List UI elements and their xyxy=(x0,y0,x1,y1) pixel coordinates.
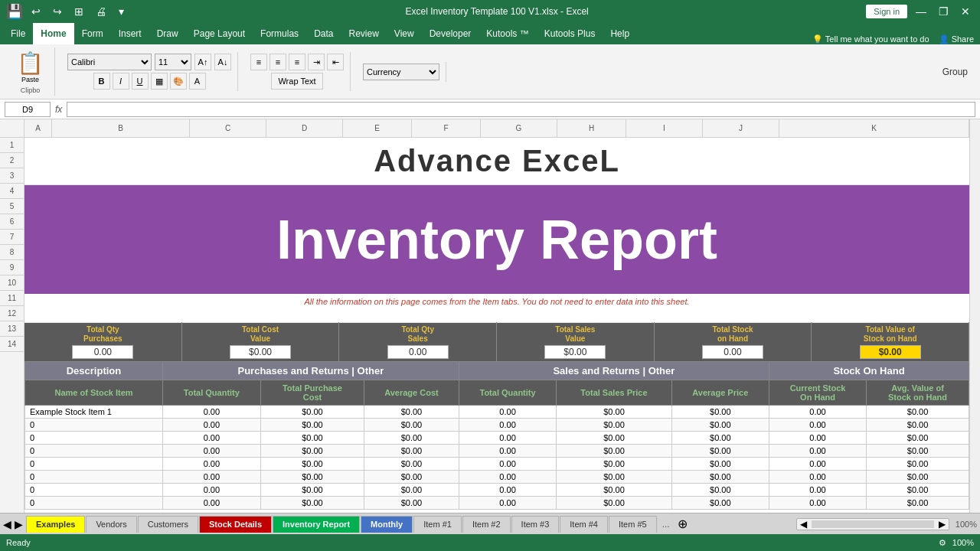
wrap-text-btn[interactable]: Wrap Text xyxy=(271,73,322,90)
cell-name[interactable]: 0 xyxy=(25,497,163,510)
cell-name[interactable]: 0 xyxy=(25,458,163,471)
tab-file[interactable]: File xyxy=(3,23,33,44)
cell-csh[interactable]: 0.00 xyxy=(769,432,867,445)
cell-name[interactable]: 0 xyxy=(25,419,163,432)
tab-monthly[interactable]: Monthly xyxy=(361,516,413,533)
cell-tqs[interactable]: 0.00 xyxy=(459,484,557,497)
cell-name[interactable]: 0 xyxy=(25,484,163,497)
share-btn[interactable]: 👤 Share xyxy=(939,34,974,44)
tab-draw[interactable]: Draw xyxy=(149,23,186,44)
outdent-btn[interactable]: ⇤ xyxy=(327,54,344,70)
cell-avsh[interactable]: $0.00 xyxy=(867,458,969,471)
cell-tpc[interactable]: $0.00 xyxy=(260,406,364,419)
tab-form[interactable]: Form xyxy=(74,23,111,44)
col-A[interactable]: A xyxy=(24,119,52,137)
restore-btn[interactable]: ❐ xyxy=(935,4,952,19)
shrink-font-btn[interactable]: A↓ xyxy=(214,54,231,70)
cell-csh[interactable]: 0.00 xyxy=(769,458,867,471)
quick-print-btn[interactable]: 🖨 xyxy=(92,4,110,19)
border-btn[interactable]: ▦ xyxy=(151,73,168,90)
cell-reference-input[interactable] xyxy=(5,102,51,117)
cell-tsp[interactable]: $0.00 xyxy=(557,406,671,419)
cell-avsh[interactable]: $0.00 xyxy=(867,445,969,458)
cell-tqp[interactable]: 0.00 xyxy=(163,445,261,458)
tab-developer[interactable]: Developer xyxy=(422,23,479,44)
tab-examples[interactable]: Examples xyxy=(26,516,85,533)
tab-view[interactable]: View xyxy=(387,23,422,44)
tab-page-layout[interactable]: Page Layout xyxy=(186,23,253,44)
vertical-scrollbar[interactable] xyxy=(969,119,980,513)
cell-tqs[interactable]: 0.00 xyxy=(459,406,557,419)
table-row[interactable]: 0 0.00 $0.00 $0.00 0.00 $0.00 $0.00 0.00… xyxy=(25,471,969,484)
cell-avsh[interactable]: $0.00 xyxy=(867,432,969,445)
cell-name[interactable]: Example Stock Item 1 xyxy=(25,406,163,419)
col-C[interactable]: C xyxy=(190,119,266,137)
table-row[interactable]: Example Stock Item 1 0.00 $0.00 $0.00 0.… xyxy=(25,406,969,419)
signin-button[interactable]: Sign in xyxy=(866,5,907,18)
cell-csh[interactable]: 0.00 xyxy=(769,445,867,458)
paste-button[interactable]: 📋 Paste xyxy=(12,49,48,85)
cell-csh[interactable]: 0.00 xyxy=(769,471,867,484)
scroll-left-btn[interactable]: ◀ xyxy=(797,519,810,530)
cell-avsh[interactable]: $0.00 xyxy=(867,497,969,510)
cell-ac[interactable]: $0.00 xyxy=(364,432,459,445)
cell-tsp[interactable]: $0.00 xyxy=(557,432,671,445)
cell-ap[interactable]: $0.00 xyxy=(671,406,769,419)
cell-tqs[interactable]: 0.00 xyxy=(459,471,557,484)
cell-ap[interactable]: $0.00 xyxy=(671,419,769,432)
cell-tsp[interactable]: $0.00 xyxy=(557,497,671,510)
tab-inventory-report[interactable]: Inventory Report xyxy=(273,516,360,533)
cell-tqs[interactable]: 0.00 xyxy=(459,458,557,471)
cell-tsp[interactable]: $0.00 xyxy=(557,458,671,471)
cell-tqp[interactable]: 0.00 xyxy=(163,432,261,445)
close-btn[interactable]: ✕ xyxy=(957,4,974,19)
col-E[interactable]: E xyxy=(343,119,412,137)
cell-tqp[interactable]: 0.00 xyxy=(163,458,261,471)
tab-vendors[interactable]: Vendors xyxy=(86,516,136,533)
cell-csh[interactable]: 0.00 xyxy=(769,497,867,510)
cell-name[interactable]: 0 xyxy=(25,432,163,445)
cell-csh[interactable]: 0.00 xyxy=(769,406,867,419)
tab-data[interactable]: Data xyxy=(306,23,341,44)
col-J[interactable]: J xyxy=(703,119,779,137)
col-G[interactable]: G xyxy=(481,119,557,137)
cell-tqs[interactable]: 0.00 xyxy=(459,419,557,432)
cell-tqp[interactable]: 0.00 xyxy=(163,497,261,510)
font-family-select[interactable]: Calibri xyxy=(67,54,152,70)
tab-help[interactable]: Help xyxy=(603,23,637,44)
cell-tpc[interactable]: $0.00 xyxy=(260,432,364,445)
cell-tqs[interactable]: 0.00 xyxy=(459,497,557,510)
quick-down-btn[interactable]: ▾ xyxy=(115,4,128,19)
indent-btn[interactable]: ⇥ xyxy=(308,54,325,70)
next-sheet-btn[interactable]: ▶ xyxy=(15,518,23,530)
prev-sheet-btn[interactable]: ◀ xyxy=(3,518,11,530)
tab-item1[interactable]: Item #1 xyxy=(413,516,462,533)
tell-me-input[interactable]: 💡 Tell me what you want to do xyxy=(812,34,929,44)
cell-tsp[interactable]: $0.00 xyxy=(557,445,671,458)
font-size-select[interactable]: 11 xyxy=(155,54,191,70)
align-left-btn[interactable]: ≡ xyxy=(250,54,267,70)
col-K[interactable]: K xyxy=(779,119,969,137)
cell-tqp[interactable]: 0.00 xyxy=(163,484,261,497)
cell-ac[interactable]: $0.00 xyxy=(364,458,459,471)
cell-ac[interactable]: $0.00 xyxy=(364,484,459,497)
cell-tsp[interactable]: $0.00 xyxy=(557,484,671,497)
tab-stock-details[interactable]: Stock Details xyxy=(199,516,272,533)
minimize-btn[interactable]: — xyxy=(912,4,930,19)
cell-tpc[interactable]: $0.00 xyxy=(260,471,364,484)
cell-tqp[interactable]: 0.00 xyxy=(163,471,261,484)
tab-item4[interactable]: Item #4 xyxy=(560,516,608,533)
align-right-btn[interactable]: ≡ xyxy=(289,54,305,70)
tab-item5[interactable]: Item #5 xyxy=(609,516,657,533)
cell-tqp[interactable]: 0.00 xyxy=(163,406,261,419)
cell-ac[interactable]: $0.00 xyxy=(364,471,459,484)
col-D[interactable]: D xyxy=(266,119,343,137)
align-center-btn[interactable]: ≡ xyxy=(270,54,286,70)
more-tabs[interactable]: ... xyxy=(662,519,670,530)
add-sheet-btn[interactable]: ⊕ xyxy=(678,517,688,531)
cell-avsh[interactable]: $0.00 xyxy=(867,406,969,419)
cell-ap[interactable]: $0.00 xyxy=(671,445,769,458)
tab-item3[interactable]: Item #3 xyxy=(511,516,560,533)
scroll-right-btn[interactable]: ▶ xyxy=(936,519,949,530)
undo-btn[interactable]: ↩ xyxy=(28,4,44,19)
